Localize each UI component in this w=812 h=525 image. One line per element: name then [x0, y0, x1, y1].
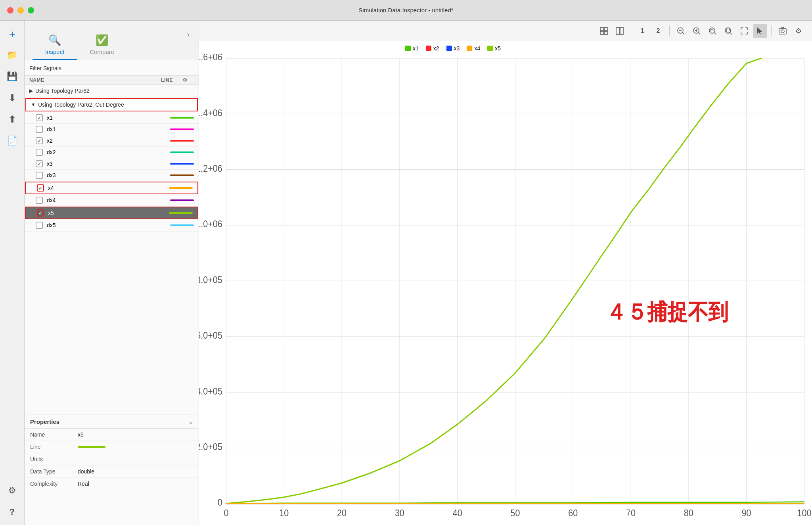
minimize-button[interactable]: [17, 7, 24, 13]
svg-rect-3: [604, 31, 607, 34]
svg-text:70: 70: [626, 508, 636, 518]
signal-row-x1[interactable]: ✓ x1: [25, 112, 199, 124]
signal-group-header-1[interactable]: ▶ Using Topology Par62: [25, 85, 199, 97]
inspect-icon: 🔍: [48, 34, 61, 46]
legend-label-x1: x1: [413, 45, 419, 52]
window-title: Simulation Data Inspector - untitled*: [358, 7, 453, 13]
prop-row-datatype: Data Type double: [25, 466, 199, 478]
checkbox-dx2[interactable]: [36, 149, 43, 156]
display-1-button[interactable]: 1: [635, 24, 649, 38]
signal-row-dx1[interactable]: dx1: [25, 124, 199, 135]
settings-column-icon[interactable]: ⚙: [183, 77, 194, 83]
signal-name-x1: x1: [47, 115, 162, 121]
signal-name-x5: x5: [48, 210, 161, 216]
svg-text:0: 0: [218, 497, 222, 508]
tab-compare[interactable]: ✅ Compare: [77, 31, 127, 60]
signal-group-header-2[interactable]: ▼ Using Topology Par62, Out Degree: [25, 98, 198, 111]
titlebar: Simulation Data Inspector - untitled*: [0, 0, 812, 21]
zoom-fit-button[interactable]: [705, 24, 720, 38]
layout-4-button[interactable]: [597, 24, 611, 38]
signal-row-dx4[interactable]: dx4: [25, 195, 199, 206]
svg-point-16: [725, 28, 731, 33]
svg-rect-0: [600, 27, 603, 31]
checkbox-x5[interactable]: ✓: [37, 209, 44, 217]
svg-text:50: 50: [510, 508, 520, 518]
svg-text:1.2+06: 1.2+06: [199, 163, 222, 174]
filter-header: Filter Signals: [29, 63, 194, 74]
signal-row-dx5[interactable]: dx5: [25, 220, 199, 231]
svg-text:100: 100: [797, 508, 811, 518]
zoom-out-button[interactable]: [674, 24, 688, 38]
svg-text:6.0+05: 6.0+05: [199, 330, 222, 341]
svg-text:80: 80: [684, 508, 693, 518]
column-name-header: NAME: [29, 77, 151, 83]
sidebar-item-save[interactable]: 💾: [3, 67, 21, 86]
signal-row-x2[interactable]: ✓ x2: [25, 135, 199, 147]
chart-settings-button[interactable]: ⚙: [791, 24, 806, 38]
signal-line-dx5: [162, 224, 194, 226]
filter-signals-section: Filter Signals: [25, 60, 199, 76]
svg-rect-18: [726, 29, 730, 32]
properties-header[interactable]: Properties ⌄: [25, 414, 199, 429]
svg-text:60: 60: [568, 508, 578, 518]
checkbox-x3[interactable]: ✓: [36, 160, 43, 167]
svg-rect-5: [620, 27, 623, 34]
sidebar-item-add[interactable]: ＋: [3, 25, 21, 43]
sidebar-item-folder[interactable]: 📁: [3, 46, 21, 64]
svg-rect-2: [600, 31, 603, 34]
svg-line-17: [730, 33, 732, 34]
toolbar-sep-3: [771, 25, 772, 36]
fullscreen-button[interactable]: [737, 24, 751, 38]
prop-row-line: Line: [25, 441, 199, 453]
tab-bar: 🔍 Inspect ✅ Compare ›: [25, 21, 199, 60]
signal-row-x4[interactable]: ✓ x4: [25, 182, 198, 194]
signal-line-x3: [162, 163, 194, 165]
properties-panel: Properties ⌄ Name x5 Line Units Data Typ…: [25, 414, 199, 525]
sidebar-item-upload[interactable]: ⬆: [3, 110, 21, 128]
checkbox-dx5[interactable]: [36, 222, 43, 229]
sidebar-item-download[interactable]: ⬇: [3, 89, 21, 107]
signal-line-dx2: [162, 151, 194, 153]
checkbox-dx3[interactable]: [36, 172, 43, 179]
icon-sidebar: ＋ 📁 💾 ⬇ ⬆ 📄 ⚙ ?: [0, 21, 25, 525]
sidebar-item-help[interactable]: ?: [3, 503, 21, 521]
signal-row-dx2[interactable]: dx2: [25, 147, 199, 158]
svg-text:20: 20: [337, 508, 347, 518]
sidebar-item-document[interactable]: 📄: [3, 132, 21, 150]
sidebar-item-settings[interactable]: ⚙: [3, 481, 21, 500]
toolbar-sep-1: [631, 25, 631, 36]
legend-label-x5: x5: [495, 45, 501, 52]
maximize-button[interactable]: [28, 7, 34, 13]
display-2-button[interactable]: 2: [651, 24, 665, 38]
window-controls: [7, 7, 34, 13]
properties-collapse-icon[interactable]: ⌄: [188, 419, 193, 425]
signal-row-x3[interactable]: ✓ x3: [25, 158, 199, 170]
prop-key-line: Line: [30, 444, 78, 450]
layout-2-button[interactable]: [613, 24, 627, 38]
checkbox-dx1[interactable]: [36, 126, 43, 133]
checkbox-x2[interactable]: ✓: [36, 137, 43, 144]
svg-rect-4: [616, 27, 619, 34]
screenshot-button[interactable]: [776, 24, 790, 38]
zoom-in-button[interactable]: [689, 24, 704, 38]
tab-inspect[interactable]: 🔍 Inspect: [33, 31, 77, 60]
checkbox-x4[interactable]: ✓: [37, 184, 44, 192]
signal-line-dx4: [162, 199, 194, 201]
checkbox-x1[interactable]: ✓: [36, 114, 43, 121]
signal-row-x5[interactable]: ✓ x5: [25, 207, 198, 219]
svg-text:1.0+06: 1.0+06: [199, 218, 222, 229]
annotation-text: ４５捕捉不到: [606, 299, 728, 324]
prop-value-name: x5: [78, 431, 84, 438]
svg-point-14: [709, 28, 715, 33]
signal-line-x4: [161, 187, 193, 189]
signal-row-dx3[interactable]: dx3: [25, 170, 199, 181]
cursor-button[interactable]: [753, 24, 767, 38]
checkbox-dx4[interactable]: [36, 197, 43, 204]
group1-name: Using Topology Par62: [35, 88, 90, 94]
chart-svg: 1.6+06 1.4+06 1.2+06 1.0+06 8.0+05 6.0+0…: [199, 54, 812, 525]
legend-x1: x1: [405, 45, 419, 52]
zoom-region-button[interactable]: [721, 24, 735, 38]
svg-text:1.6+06: 1.6+06: [199, 54, 222, 62]
close-button[interactable]: [7, 7, 13, 13]
panel-close-button[interactable]: ›: [183, 29, 194, 40]
